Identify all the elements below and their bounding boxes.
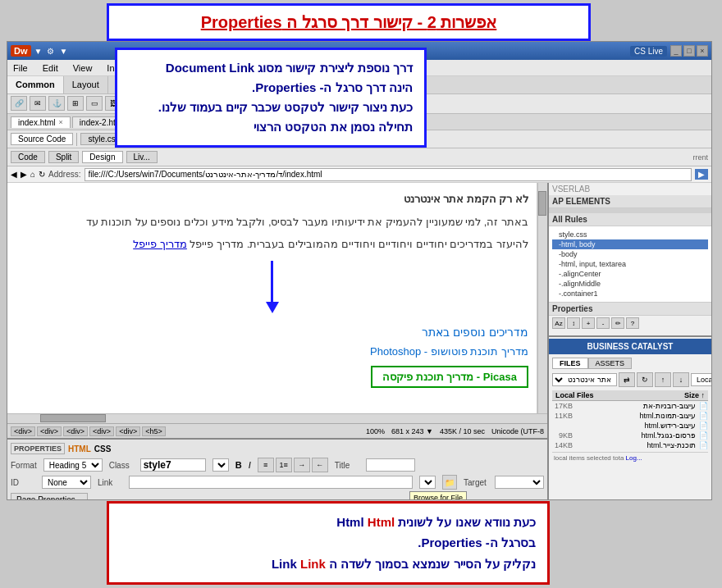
code-btn[interactable]: Code (11, 151, 45, 163)
picasa-btn[interactable]: Picasa - מדריך תוכנת פיקסה (371, 366, 528, 388)
split-btn[interactable]: Split (48, 151, 79, 163)
files-tabs: FILES ASSETS (552, 358, 708, 369)
tag-h5[interactable]: <h5> (142, 426, 166, 436)
file-row-3[interactable]: 📄 עיצוב-רידוש.html (552, 421, 708, 431)
upload-btn[interactable]: ↑ (655, 372, 671, 387)
refresh-btn[interactable]: ↻ (39, 170, 45, 179)
close-btn[interactable]: × (697, 45, 708, 57)
format-select[interactable]: Heading 5 (43, 458, 103, 472)
v-scrollbar[interactable] (537, 183, 547, 413)
h-scroll[interactable] (7, 413, 547, 423)
prop-icon-az[interactable]: Az (552, 317, 565, 329)
bold-btn[interactable]: B (235, 460, 242, 470)
indent-btn[interactable]: → (294, 458, 310, 472)
file-row-1[interactable]: 📄 עיצוב-רובניות-את 17KB (552, 401, 708, 411)
css-rule-container[interactable]: -.container1 (552, 289, 708, 299)
css-rule-input[interactable]: -html, input, textarea (552, 259, 708, 269)
class-input[interactable] (140, 458, 206, 472)
lf-header-name: Local Files (555, 391, 681, 399)
prop-icon-edit[interactable]: ✏ (611, 317, 624, 329)
id-select[interactable]: None (42, 476, 91, 489)
menu-view[interactable]: View (71, 63, 95, 73)
outdent-btn[interactable]: ← (312, 458, 328, 472)
prop-icon-add[interactable]: + (582, 317, 595, 329)
title-input[interactable] (366, 458, 415, 472)
prop-icon-minus[interactable]: - (596, 317, 610, 329)
tag-div5[interactable]: <div> (116, 426, 140, 436)
live-btn[interactable]: Liv... (126, 151, 158, 163)
css-rule-alignmiddle[interactable]: -.alignMiddle (552, 279, 708, 289)
maximize-btn[interactable]: □ (683, 45, 695, 57)
guide-link[interactable]: מדריך פייפל (133, 238, 187, 250)
icon-div[interactable]: ▭ (86, 96, 103, 111)
doc-tab-index[interactable]: index.html × (11, 116, 71, 128)
css-rule-htmlbody[interactable]: -html, body (552, 239, 708, 249)
link-input[interactable] (129, 476, 413, 489)
title-menu2[interactable]: ⚙ (47, 47, 54, 56)
zoom-level[interactable]: 100% (366, 427, 385, 435)
download-btn[interactable]: ↓ (673, 372, 689, 387)
prop-icon-help[interactable]: ? (626, 317, 639, 329)
back-btn[interactable]: ◀ (11, 170, 17, 179)
css-rule-stylecss[interactable]: style.css (552, 230, 708, 239)
file-row-2[interactable]: 📄 עיצוב-תמונות.html 11KB (552, 411, 708, 421)
prop-icon-filter[interactable]: ↕ (567, 317, 580, 329)
icon-email[interactable]: ✉ (30, 96, 46, 111)
icon-anchor[interactable]: ⚓ (48, 96, 65, 111)
middle-line4: תחילה נסמן את הטקסט הרצוי (129, 117, 413, 137)
site-dropdown[interactable]: אתר אינטרנט (552, 373, 617, 386)
prop-html-label[interactable]: HTML (68, 444, 91, 454)
minimize-btn[interactable]: _ (670, 45, 682, 57)
guide-title: מדריכים נוספים באתר (16, 326, 528, 339)
insert-tab-common[interactable]: Common (7, 76, 64, 93)
main-heading: לא רק הקמת אתר אינטרנט (16, 191, 528, 207)
local-view-select[interactable]: Local view (691, 373, 711, 386)
file-row-4[interactable]: 📄 פרסום-גגוגל.html 9KB (552, 431, 708, 440)
home-btn[interactable]: ⌂ (30, 170, 35, 179)
main-wrapper: אפשרות 2 - קישור דרך סרגל ה Properties כ… (0, 0, 722, 588)
tag-div2[interactable]: <div> (37, 426, 62, 436)
browse-icon[interactable]: 📁 (442, 475, 457, 490)
menu-file[interactable]: File (11, 63, 30, 73)
class-select[interactable]: ▼ (212, 458, 229, 472)
insert-tab-layout[interactable]: Layout (64, 76, 108, 93)
top-annotation-title: אפשרות 2 - קישור דרך סרגל ה Properties (119, 12, 578, 32)
photoshop-link[interactable]: מדריך תוכנת פוטושופ - Photoshop (370, 345, 528, 358)
go-btn[interactable]: ▶ (695, 169, 708, 180)
menu-edit[interactable]: Edit (40, 63, 61, 73)
files-tab-assets[interactable]: ASSETS (588, 358, 633, 369)
ol-btn[interactable]: 1≡ (276, 458, 292, 472)
h-scroll-thumb[interactable] (40, 414, 106, 422)
link-dropdown[interactable]: ▼ (419, 476, 436, 489)
title-menu3[interactable]: ▼ (59, 47, 67, 56)
tag-div4[interactable]: <div> (89, 426, 114, 436)
page-props-btn[interactable]: Page Properties... (11, 493, 88, 499)
tag-div1[interactable]: <div> (11, 426, 35, 436)
refresh-files-btn[interactable]: ↻ (637, 372, 653, 387)
v-scrollbar-thumb[interactable] (538, 191, 546, 216)
file-size-5: 14KB (552, 441, 573, 449)
file-name-4: פרסום-גגוגל.html (576, 431, 696, 440)
tag-div3[interactable]: <div> (63, 426, 88, 436)
file-name-3: עיצוב-רידוש.html (576, 422, 696, 430)
close-index-icon[interactable]: × (59, 118, 63, 126)
prop-css-label[interactable]: CSS (94, 444, 112, 454)
italic-btn[interactable]: I (249, 460, 251, 470)
icon-table[interactable]: ⊞ (67, 96, 84, 111)
log-link[interactable]: Log... (626, 454, 642, 462)
files-tab-files[interactable]: FILES (552, 358, 588, 369)
target-label: Target (464, 478, 488, 487)
file-row-5[interactable]: 📄 תוכנת-צייר.html 14KB (552, 440, 708, 450)
design-btn[interactable]: Design (82, 151, 122, 163)
css-rule-aligncenter[interactable]: -.alignCenter (552, 269, 708, 279)
connect-btn[interactable]: ⇄ (619, 372, 635, 387)
address-field[interactable] (85, 168, 692, 181)
ul-btn[interactable]: ≡ (258, 458, 274, 472)
forward-btn[interactable]: ▶ (21, 170, 27, 179)
icon-hyperlink[interactable]: 🔗 (11, 96, 27, 111)
title-menu1[interactable]: ▼ (34, 47, 43, 56)
arrow-container (16, 261, 528, 313)
source-code-btn[interactable]: Source Code (11, 133, 73, 145)
css-rule-body[interactable]: -body (552, 249, 708, 259)
target-select[interactable] (495, 476, 544, 489)
